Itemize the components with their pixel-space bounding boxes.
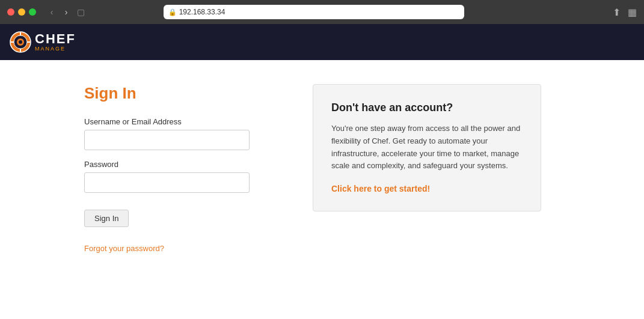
username-group: Username or Email Address (84, 117, 277, 150)
chef-logo-icon (10, 31, 31, 53)
close-button[interactable] (7, 8, 14, 16)
sign-in-title: Sign In (84, 84, 277, 103)
traffic-lights (7, 8, 36, 16)
minimize-button[interactable] (18, 8, 25, 16)
forward-button[interactable]: › (60, 6, 72, 18)
share-icon[interactable]: ⬆ (613, 7, 621, 18)
no-account-title: Don't have an account? (331, 102, 523, 114)
no-account-description: You're one step away from access to all … (331, 123, 523, 172)
browser-chrome: ‹ › ▢ 🔒 192.168.33.34 ⬆ ▦ (0, 0, 644, 24)
forgot-password-link[interactable]: Forgot your password? (84, 244, 277, 253)
password-label: Password (84, 160, 277, 169)
password-group: Password (84, 160, 277, 193)
chef-name-label: CHEF (35, 32, 76, 46)
browser-actions: ⬆ ▦ (613, 7, 637, 18)
tab-view-button[interactable]: ▢ (75, 6, 87, 18)
browser-nav: ‹ › ▢ (46, 6, 87, 18)
chef-manage-label: MANAGE (35, 46, 76, 52)
chef-brand-text: CHEF MANAGE (35, 32, 76, 52)
get-started-link[interactable]: Click here to get started! (331, 184, 430, 193)
chef-logo: CHEF MANAGE (10, 31, 76, 53)
username-input[interactable] (84, 130, 250, 150)
maximize-button[interactable] (29, 8, 36, 16)
svg-point-3 (19, 40, 22, 44)
password-input[interactable] (84, 172, 250, 193)
app-header: CHEF MANAGE (0, 24, 644, 60)
back-button[interactable]: ‹ (46, 6, 58, 18)
username-label: Username or Email Address (84, 117, 277, 126)
url-text: 192.168.33.34 (179, 8, 225, 16)
address-bar[interactable]: 🔒 192.168.33.34 (164, 5, 464, 19)
sign-in-button[interactable]: Sign In (84, 210, 129, 227)
main-content: Sign In Username or Email Address Passwo… (0, 60, 644, 319)
lock-icon: 🔒 (168, 8, 177, 16)
no-account-panel: Don't have an account? You're one step a… (313, 84, 541, 211)
sign-in-section: Sign In Username or Email Address Passwo… (84, 84, 277, 295)
new-tab-icon[interactable]: ▦ (628, 7, 637, 18)
